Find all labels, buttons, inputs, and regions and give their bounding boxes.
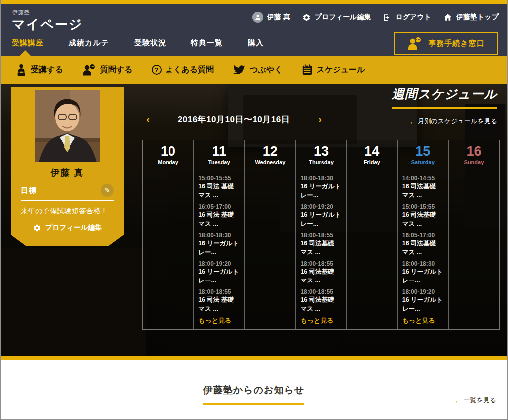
more-link[interactable]: もっと見る: [300, 316, 341, 325]
subnav-item-jukou[interactable]: 受講する: [16, 64, 63, 76]
subnav-item-shitsumon[interactable]: 質問する: [82, 64, 133, 76]
subnav: 受講する 質問する ? よくある質問 つぶやく スケジュール: [1, 56, 507, 84]
tab-kounyuu[interactable]: 購入: [248, 38, 264, 56]
calendar-day-body: 18:00-18:3016 リーガルトレー...18:00-19:2016 リー…: [296, 171, 346, 329]
event-title: 16 司法基礎 マス ...: [402, 211, 444, 228]
schedule-event[interactable]: 18:00-18:5516 司法基礎 マス ...: [300, 260, 341, 285]
calendar-day-header: 15Saturday: [398, 140, 448, 171]
event-title: 16 リーガルトレー...: [402, 296, 444, 313]
page-title: マイページ: [12, 16, 83, 33]
right-arrow-icon: →: [406, 117, 414, 126]
monthly-schedule-label: 月別のスケジュールを見る: [418, 117, 497, 126]
event-time: 16:05-17:00: [402, 232, 444, 239]
profile-edit-button[interactable]: プロフィール編集: [11, 223, 124, 232]
schedule-event[interactable]: 18:00-18:5516 司法基礎 マス ...: [300, 232, 341, 257]
event-title: 16 リーガルトレー...: [402, 268, 444, 285]
news-title: 伊藤塾からのお知らせ: [203, 384, 305, 405]
event-title: 16 司法基礎 マス ...: [300, 296, 341, 313]
tab-tokuten-ichiran[interactable]: 特典一覧: [191, 38, 223, 56]
tab-seiseki-karte[interactable]: 成績カルテ: [69, 38, 109, 56]
bird-icon: [233, 64, 246, 75]
calendar-day-body: [143, 171, 193, 326]
subnav-item-schedule[interactable]: スケジュール: [302, 64, 365, 76]
calendar-day-name: Friday: [347, 159, 397, 165]
schedule-event[interactable]: 18:00-18:5516 司法基礎 マス ...: [300, 288, 341, 313]
subnav-item-faq[interactable]: ? よくある質問: [152, 65, 214, 75]
event-time: 18:00-19:20: [402, 288, 444, 295]
schedule-event[interactable]: 18:00-18:3016 リーガルトレー...: [300, 175, 341, 200]
event-time: 18:00-18:30: [402, 260, 444, 267]
gear-icon: [302, 13, 311, 22]
goal-text: 来年の予備試験短答合格！: [21, 207, 114, 216]
event-time: 18:00-18:30: [300, 175, 341, 182]
news-section: 伊藤塾からのお知らせ → 一覧を見る: [1, 360, 507, 420]
calendar-day-name: Wednesday: [245, 159, 295, 165]
next-week-button[interactable]: ›: [316, 114, 324, 125]
question-person-icon: [82, 64, 96, 76]
calendar-day-body: 14:00-14:5516 司法基礎 マス ...15:00-15:5516 司…: [398, 171, 448, 329]
subnav-item-tsubuyaku[interactable]: つぶやく: [233, 64, 283, 75]
calendar-day-number: 10: [143, 144, 193, 158]
logout-label: ログアウト: [395, 13, 431, 22]
more-link[interactable]: もっと見る: [198, 316, 240, 325]
logout-link[interactable]: ログアウト: [383, 13, 431, 22]
news-view-all-link[interactable]: → 一覧を見る: [450, 396, 496, 405]
monthly-schedule-link[interactable]: → 月別のスケジュールを見る: [406, 117, 497, 126]
logout-icon: [383, 13, 391, 22]
calendar-grid: 10Monday11Tuesday15:00-15:5516 司法 基礎 マス …: [142, 140, 500, 330]
gear-icon: [33, 224, 41, 232]
calendar-day-column-13: 13Thursday18:00-18:3016 リーガルトレー...18:00-…: [295, 140, 346, 329]
schedule-event[interactable]: 18:00-19:2016 リーガルトレー...: [300, 203, 341, 228]
prev-week-button[interactable]: ‹: [144, 114, 152, 125]
event-title: 16 司法 基礎 マス ...: [198, 296, 240, 313]
schedule-event[interactable]: 15:00-15:5516 司法 基礎 マス ...: [198, 175, 240, 200]
schedule-event[interactable]: 16:05-17:0016 司法 基礎 マス ...: [198, 203, 240, 228]
schedule-event[interactable]: 18:00-18:3016 リーガルトレー...: [198, 232, 240, 257]
profile-edit-link[interactable]: プロフィール編集: [302, 13, 371, 22]
right-arrow-icon: →: [450, 396, 459, 405]
event-title: 16 リーガルトレー...: [300, 182, 341, 200]
question-mark: ?: [155, 66, 159, 74]
more-link[interactable]: もっと見る: [402, 316, 444, 325]
calendar-day-column-15: 15Saturday14:00-14:5516 司法基礎 マス ...15:00…: [397, 140, 448, 329]
site-top-link[interactable]: 伊藤塾トップ: [443, 13, 499, 22]
calendar-day-header: 13Thursday: [296, 140, 346, 171]
schedule-event[interactable]: 14:00-14:5516 司法基礎 マス ...: [402, 175, 444, 200]
office-procedure-button[interactable]: 事務手続き窓口: [394, 32, 498, 55]
schedule-event[interactable]: 18:00-18:5516 司法 基礎 マス ...: [198, 288, 240, 313]
event-time: 18:00-19:20: [300, 203, 341, 210]
calendar-day-column-12: 12Wednesday: [244, 140, 295, 329]
pencil-icon: ✎: [104, 186, 110, 194]
schedule-section: 伊藤 真 目標 ✎ 来年の予備試験短答合格！ プロフィール編集 週間スケジュール…: [1, 84, 507, 356]
calendar-day-header: 12Wednesday: [245, 140, 295, 171]
calendar-day-column-10: 10Monday: [143, 140, 193, 329]
header: 伊藤塾 マイページ 伊藤 真 プロフィール編集 ログアウト: [1, 4, 507, 56]
event-time: 14:00-14:55: [402, 175, 444, 182]
receptionist-icon: [407, 37, 422, 50]
site-top-label: 伊藤塾トップ: [456, 13, 499, 22]
schedule-event[interactable]: 18:00-18:3016 リーガルトレー...: [402, 260, 444, 285]
event-time: 18:00-18:55: [300, 288, 341, 295]
calendar-day-header: 16Sunday: [449, 140, 499, 171]
schedule-event[interactable]: 16:05-17:0016 司法基礎 マス ...: [402, 232, 444, 257]
view-all-label: 一覧を見る: [463, 396, 496, 405]
profile-edit-label: プロフィール編集: [45, 223, 102, 232]
calendar-day-number: 13: [296, 144, 346, 158]
schedule-event[interactable]: 18:00-19:2016 リーガルトレー...: [198, 260, 240, 285]
avatar-icon: [252, 12, 263, 23]
calendar-day-name: Monday: [143, 159, 193, 165]
profile-edit-label: プロフィール編集: [315, 13, 371, 22]
calendar-day-number: 16: [449, 144, 499, 158]
schedule-event[interactable]: 18:00-19:2016 リーガルトレー...: [402, 288, 444, 313]
event-time: 18:00-18:55: [300, 260, 341, 267]
event-title: 16 司法 基礎 マス ...: [198, 211, 240, 228]
user-menu[interactable]: 伊藤 真: [252, 12, 290, 23]
profile-card: 伊藤 真 目標 ✎ 来年の予備試験短答合格！ プロフィール編集: [11, 87, 124, 246]
schedule-event[interactable]: 15:00-15:5516 司法基礎 マス ...: [402, 203, 444, 228]
calendar-icon: [302, 64, 313, 76]
goal-edit-button[interactable]: ✎: [101, 184, 114, 197]
tab-juken-joukyou[interactable]: 受験状況: [134, 38, 166, 56]
event-time: 16:05-17:00: [198, 203, 240, 210]
calendar-day-body: 15:00-15:5516 司法 基礎 マス ...16:05-17:0016 …: [194, 171, 244, 329]
event-title: 16 司法基礎 マス ...: [402, 239, 444, 257]
